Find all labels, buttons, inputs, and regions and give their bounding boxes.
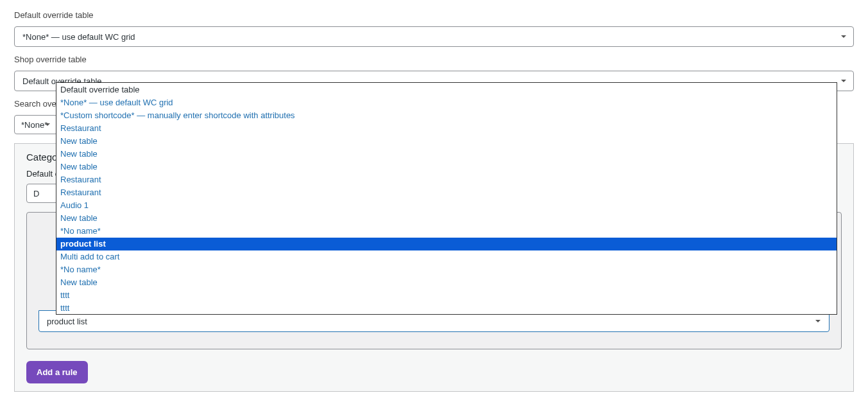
- chevron-down-icon: [44, 121, 51, 128]
- chevron-down-icon: [840, 78, 847, 84]
- dropdown-option[interactable]: tttt: [56, 302, 837, 314]
- dropdown-option[interactable]: Restaurant: [56, 122, 837, 135]
- shop-override-dropdown[interactable]: Default override table*None* — use defau…: [56, 82, 837, 315]
- chevron-down-icon: [815, 318, 821, 324]
- dropdown-option[interactable]: *No name*: [56, 225, 837, 238]
- dropdown-option[interactable]: New table: [56, 161, 837, 173]
- search-override-select[interactable]: *None*: [14, 115, 58, 134]
- default-override-value: *None* — use default WC grid: [22, 32, 135, 42]
- add-rule-button[interactable]: Add a rule: [26, 361, 88, 383]
- dropdown-option[interactable]: New table: [56, 135, 837, 148]
- dropdown-option[interactable]: Audio 1: [56, 199, 837, 212]
- dropdown-option[interactable]: *No name*: [56, 263, 837, 276]
- product-list-value: product list: [47, 317, 87, 326]
- dropdown-option[interactable]: product list: [56, 238, 837, 250]
- chevron-down-icon: [840, 33, 847, 40]
- shop-override-label: Shop override table: [14, 55, 854, 64]
- dropdown-option[interactable]: *Custom shortcode* — manually enter shor…: [56, 109, 837, 122]
- default-override-select[interactable]: *None* — use default WC grid: [14, 26, 854, 47]
- inner-default-value: D: [33, 189, 39, 198]
- dropdown-option[interactable]: Multi add to cart: [56, 250, 837, 263]
- dropdown-option[interactable]: tttt: [56, 289, 837, 302]
- dropdown-list[interactable]: Default override table*None* — use defau…: [56, 83, 837, 314]
- dropdown-option[interactable]: New table: [56, 212, 837, 225]
- dropdown-option[interactable]: *None* — use default WC grid: [56, 96, 837, 109]
- dropdown-option[interactable]: Restaurant: [56, 186, 837, 199]
- default-override-label: Default override table: [14, 10, 854, 20]
- dropdown-option[interactable]: New table: [56, 276, 837, 289]
- dropdown-option[interactable]: New table: [56, 148, 837, 161]
- dropdown-option[interactable]: Restaurant: [56, 173, 837, 186]
- dropdown-option[interactable]: Default override table: [56, 83, 837, 96]
